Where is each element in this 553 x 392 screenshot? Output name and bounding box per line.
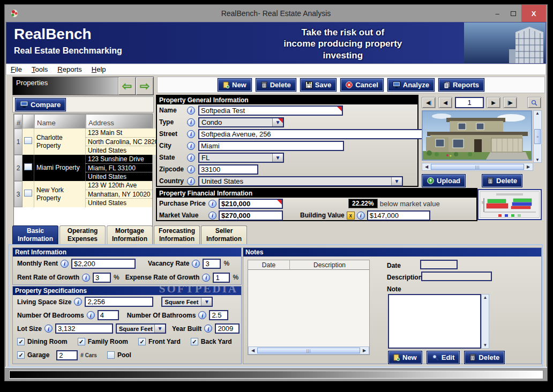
scroll-left-icon[interactable]: ◀ (422, 164, 431, 169)
info-icon[interactable]: i (74, 298, 82, 306)
scroll-right-icon[interactable]: ▶ (360, 348, 369, 353)
note-date-field[interactable] (420, 260, 458, 269)
name-field[interactable] (198, 105, 343, 116)
market-value-field[interactable] (219, 210, 283, 221)
info-icon[interactable]: i (187, 165, 195, 174)
menu-tools[interactable]: Tools (32, 65, 48, 73)
info-icon[interactable]: i (202, 274, 210, 282)
building-value-toggle-icon[interactable]: x (347, 212, 355, 220)
tab-mortgage-information[interactable]: Mortgage Information (107, 225, 153, 244)
info-icon[interactable]: i (187, 142, 195, 150)
type-dropdown[interactable]: Condo ▼ (198, 117, 284, 127)
city-field[interactable] (198, 141, 344, 151)
living-space-unit-dropdown[interactable]: Square Feet ▼ (161, 297, 213, 307)
tab-seller-information[interactable]: Seller Information (201, 225, 247, 244)
chevron-down-icon[interactable]: ▼ (272, 154, 283, 162)
info-icon[interactable]: i (204, 325, 212, 333)
tab-forecasting-information[interactable]: Forecasting Information (154, 225, 200, 244)
cancel-button[interactable]: Cancel (340, 78, 384, 92)
next-image-icon[interactable]: ▶ (487, 97, 500, 108)
lot-size-unit-dropdown[interactable]: Square Feet ▼ (116, 323, 166, 334)
notes-horizontal-scrollbar[interactable]: ◀ ||| ▶ (248, 346, 369, 355)
delete-image-button[interactable]: Delete (482, 174, 522, 187)
monthly-rent-field[interactable] (71, 259, 136, 269)
row-checkbox[interactable] (24, 190, 32, 197)
menu-file[interactable]: File (11, 65, 22, 73)
info-icon[interactable]: i (61, 260, 69, 268)
scroll-up-icon[interactable]: ▲ (483, 295, 488, 300)
info-icon[interactable]: i (198, 311, 206, 319)
zoom-image-button[interactable] (527, 97, 541, 108)
notes-column-date[interactable]: Date (248, 260, 290, 269)
row-checkbox[interactable] (24, 163, 32, 170)
analyze-button[interactable]: Analyze (387, 78, 435, 92)
bathrooms-field[interactable] (209, 310, 228, 320)
table-row-new-york[interactable]: 3 New York Property 123 W 120th Ave Manh… (14, 181, 152, 207)
zipcode-field[interactable] (198, 164, 258, 175)
property-photo[interactable] (422, 110, 532, 161)
info-icon[interactable]: i (208, 200, 216, 208)
info-icon[interactable]: i (192, 260, 200, 268)
delete-button[interactable]: Delete (256, 78, 296, 92)
info-icon[interactable]: i (87, 311, 95, 319)
info-icon[interactable]: i (187, 154, 195, 162)
note-description-field[interactable] (421, 272, 492, 281)
family-room-checkbox[interactable]: ✓ (78, 338, 85, 345)
column-header-num[interactable]: # (14, 114, 23, 129)
compare-button[interactable]: Compare (15, 98, 66, 111)
vacancy-rate-field[interactable] (203, 259, 221, 269)
scroll-thumb[interactable]: ||| (257, 348, 360, 353)
street-field[interactable] (198, 129, 435, 139)
note-new-button[interactable]: New (388, 351, 422, 364)
note-delete-button[interactable]: Delete (464, 351, 505, 364)
info-icon[interactable]: i (187, 118, 195, 126)
close-icon[interactable]: X (521, 5, 546, 22)
garage-cars-field[interactable] (56, 350, 78, 360)
column-header-checkbox[interactable] (23, 114, 34, 129)
menu-help[interactable]: Help (92, 65, 106, 73)
state-dropdown[interactable]: FL ▼ (198, 153, 284, 163)
lot-size-field[interactable] (55, 323, 113, 334)
photo-vertical-scrollbar[interactable]: ▲ ≡ ▼ (533, 110, 542, 163)
reports-button[interactable]: Reports (438, 78, 484, 92)
tab-basic-information[interactable]: Basic Information (12, 225, 58, 244)
photo-horizontal-scrollbar[interactable]: ◀ ||| ▶ (422, 163, 533, 171)
previous-image-icon[interactable]: ◀ (438, 97, 452, 108)
bedrooms-field[interactable] (98, 310, 119, 320)
next-property-arrow-icon[interactable]: ⇨ (136, 77, 153, 95)
purchase-price-field[interactable] (219, 199, 283, 209)
notes-column-description[interactable]: Description (290, 260, 369, 269)
note-edit-button[interactable]: Edit (427, 351, 460, 364)
building-value-field[interactable] (367, 210, 430, 221)
maximize-icon[interactable] (505, 5, 521, 22)
pool-checkbox[interactable] (107, 351, 115, 359)
notes-list-body[interactable] (248, 270, 369, 346)
tab-operating-expenses[interactable]: Operating Expenses (59, 225, 106, 244)
minimize-icon[interactable]: – (489, 5, 505, 22)
save-button[interactable]: Save (300, 78, 337, 92)
garage-checkbox[interactable]: ✓ (17, 351, 25, 359)
front-yard-checkbox[interactable]: ✓ (138, 338, 146, 345)
chevron-down-icon[interactable]: ▼ (154, 325, 165, 333)
expense-growth-field[interactable] (213, 273, 230, 283)
new-button[interactable]: New (218, 78, 252, 92)
chevron-down-icon[interactable]: ▼ (391, 177, 402, 185)
chevron-down-icon[interactable]: ▼ (272, 118, 283, 126)
column-header-address[interactable]: Address (86, 114, 152, 129)
last-image-icon[interactable]: |▶ (503, 97, 517, 108)
info-icon[interactable]: i (44, 325, 53, 333)
year-built-field[interactable] (215, 323, 240, 334)
chevron-down-icon[interactable]: ▼ (201, 298, 212, 306)
scroll-down-icon[interactable]: ▼ (535, 157, 540, 162)
scroll-up-icon[interactable]: ▲ (535, 111, 540, 116)
table-row-charlotte[interactable]: 1 Charlotte Property 123 Main St North C… (14, 129, 152, 155)
info-icon[interactable]: i (187, 177, 195, 185)
note-textarea[interactable] (388, 294, 481, 349)
scroll-right-icon[interactable]: ▶ (524, 164, 533, 169)
dining-room-checkbox[interactable]: ✓ (17, 338, 25, 345)
row-checkbox[interactable] (24, 137, 32, 144)
info-icon[interactable]: i (187, 130, 195, 138)
scroll-left-icon[interactable]: ◀ (249, 348, 257, 353)
living-space-field[interactable] (85, 297, 153, 307)
info-icon[interactable]: i (208, 212, 216, 220)
